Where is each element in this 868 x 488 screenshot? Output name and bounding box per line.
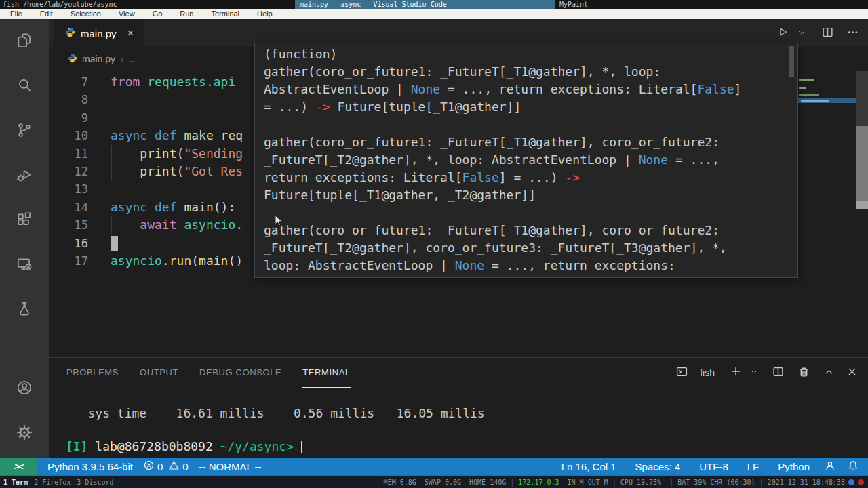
workspace-3-discord[interactable]: 3 Discord <box>77 479 113 486</box>
mouse-cursor <box>275 215 284 227</box>
code-text: async def make_req <box>111 127 243 144</box>
tooltip-scrollbar[interactable] <box>789 46 794 77</box>
menu-edit[interactable]: Edit <box>31 9 62 19</box>
search-icon[interactable] <box>16 77 33 94</box>
indentation[interactable]: Spaces: 4 <box>635 461 681 472</box>
code-text: await asyncio. <box>111 216 243 234</box>
new-terminal-icon[interactable] <box>730 366 741 380</box>
run-dropdown-chevron-icon[interactable] <box>797 27 806 39</box>
taskbar-window-vscode[interactable]: main.py - async - Visual Studio Code <box>295 0 555 9</box>
account-icon[interactable] <box>16 379 33 396</box>
vim-block-cursor <box>111 236 118 251</box>
menu-help[interactable]: Help <box>248 9 281 19</box>
settings-icon[interactable] <box>16 424 33 441</box>
taskbar-window-mypaint[interactable]: MyPaint <box>559 0 588 9</box>
tray-app-blue-icon[interactable] <box>848 479 854 485</box>
taskbar-window-fish[interactable]: fish /home/lab/youtube/async <box>3 0 117 9</box>
close-tab-icon[interactable]: × <box>127 26 134 40</box>
source-control-icon[interactable] <box>16 121 33 139</box>
notifications-bell-icon[interactable] <box>848 460 859 473</box>
minimap[interactable] <box>799 94 819 96</box>
split-terminal-icon[interactable] <box>772 366 784 380</box>
tooltip-line: _FutureT[_T2@gather], coro_or_future3: _… <box>264 239 797 257</box>
system-status-bar: 1 Term2 Firefox3 Discord MEM 6.8G SWAP 0… <box>0 475 868 488</box>
line-number: 13 <box>49 180 88 198</box>
warning-icon <box>169 460 179 472</box>
right-scrollbar-track[interactable] <box>856 71 868 126</box>
right-scrollbar-thumb[interactable] <box>856 201 868 209</box>
vim-mode-indicator[interactable]: -- NORMAL -- <box>199 461 262 472</box>
line-number: 11 <box>49 145 88 163</box>
cursor-position[interactable]: Ln 16, Col 1 <box>561 461 616 472</box>
menu-run[interactable]: Run <box>171 9 202 19</box>
python-interpreter[interactable]: Python 3.9.5 64-bit <box>47 461 133 472</box>
menu-go[interactable]: Go <box>144 9 172 19</box>
terminal-line: [I] lab@86728b0b8092 ~/y/async> <box>66 439 868 455</box>
maximize-panel-icon[interactable] <box>824 367 834 380</box>
extensions-icon[interactable] <box>16 211 33 228</box>
tooltip-line: = ...) -> Future[tuple[_T1@gather]] <box>264 98 797 116</box>
explorer-icon[interactable] <box>16 32 33 49</box>
tooltip-line: (function) <box>264 45 797 63</box>
tooltip-line: return_exceptions: Literal[False] = ...)… <box>264 169 797 186</box>
panel-tab-problems[interactable]: PROBLEMS <box>66 358 119 388</box>
menu-view[interactable]: View <box>110 9 144 19</box>
terminal-shell-label[interactable]: fish <box>700 367 715 378</box>
terminal-cursor <box>301 441 302 453</box>
code-text: from requests.api <box>111 73 235 91</box>
python-file-icon <box>65 27 75 39</box>
run-button[interactable] <box>777 26 788 40</box>
code-text: asyncio.run(main() <box>111 252 243 270</box>
code-text: async def main(): <box>111 199 235 216</box>
tooltip-line: gather(coro_or_future1: _FutureT[_T1@gat… <box>264 222 797 239</box>
terminal-instance-icon[interactable] <box>676 366 688 380</box>
code-text: print("Sending <box>111 145 243 163</box>
error-icon <box>144 460 154 472</box>
tab-label: main.py <box>81 28 117 39</box>
encoding[interactable]: UTF-8 <box>699 461 728 472</box>
menu-selection[interactable]: Selection <box>62 9 110 19</box>
tooltip-line <box>264 116 797 134</box>
testing-icon[interactable] <box>16 300 33 318</box>
menu-terminal[interactable]: Terminal <box>203 9 249 19</box>
remote-indicator[interactable]: >< <box>0 458 37 475</box>
line-number: 8 <box>49 91 88 108</box>
close-panel-icon[interactable] <box>847 367 857 380</box>
line-number: 14 <box>49 199 88 216</box>
tooltip-line: Future[tuple[_T1@gather, _T2@gather]] <box>264 186 797 204</box>
breadcrumb-symbol[interactable]: ... <box>130 54 138 64</box>
tray-app-red-icon[interactable] <box>858 479 864 485</box>
split-editor-icon[interactable] <box>822 26 833 41</box>
panel-tab-terminal[interactable]: TERMINAL <box>302 358 351 388</box>
terminal[interactable]: sys time 16.61 millis 0.56 millis 16.05 … <box>49 388 868 458</box>
more-actions-icon[interactable] <box>847 26 859 41</box>
workspace-2-firefox[interactable]: 2 Firefox <box>34 479 71 486</box>
tooltip-line: AbstractEventLoop | None = ..., return_e… <box>264 81 797 98</box>
panel-tab-output[interactable]: OUTPUT <box>140 358 178 388</box>
panel-tab-bar: PROBLEMSOUTPUTDEBUG CONSOLETERMINAL <box>49 358 351 388</box>
problems-indicator[interactable]: 0 0 <box>144 460 189 472</box>
breadcrumb-file[interactable]: main.py <box>82 54 115 64</box>
language-mode[interactable]: Python <box>778 461 810 472</box>
line-number: 12 <box>49 163 88 180</box>
workspace-1-term[interactable]: 1 Term <box>3 479 28 486</box>
run-and-debug-icon[interactable] <box>16 166 33 184</box>
eol-sequence[interactable]: LF <box>747 461 760 472</box>
tooltip-line: gather(coro_or_future1: _FutureT[_T1@gat… <box>264 63 797 81</box>
minimap[interactable] <box>799 87 806 89</box>
system-stats: MEM 6.8G SWAP 0.0G HOME 140G │ 172.17.0.… <box>384 479 845 486</box>
terminal-dropdown-chevron-icon[interactable] <box>750 367 758 379</box>
status-bar: >< Python 3.9.5 64-bit 0 0 -- NORMAL -- … <box>0 458 868 475</box>
minimap[interactable] <box>799 79 814 81</box>
tab-main-py[interactable]: main.py × <box>54 19 144 47</box>
feedback-icon[interactable] <box>825 460 835 473</box>
remote-explorer-icon[interactable] <box>16 256 33 273</box>
line-number: 15 <box>49 216 88 234</box>
terminal-line: sys time 16.61 millis 0.56 millis 16.05 … <box>66 405 868 422</box>
menu-file[interactable]: File <box>1 9 31 19</box>
panel-tab-debug-console[interactable]: DEBUG CONSOLE <box>199 358 281 388</box>
desktop: fish /home/lab/youtube/async main.py - a… <box>0 0 868 488</box>
right-scrollbar[interactable] <box>856 126 868 202</box>
hover-tooltip: (function)gather(coro_or_future1: _Futur… <box>254 43 798 278</box>
kill-terminal-icon[interactable] <box>798 366 810 380</box>
